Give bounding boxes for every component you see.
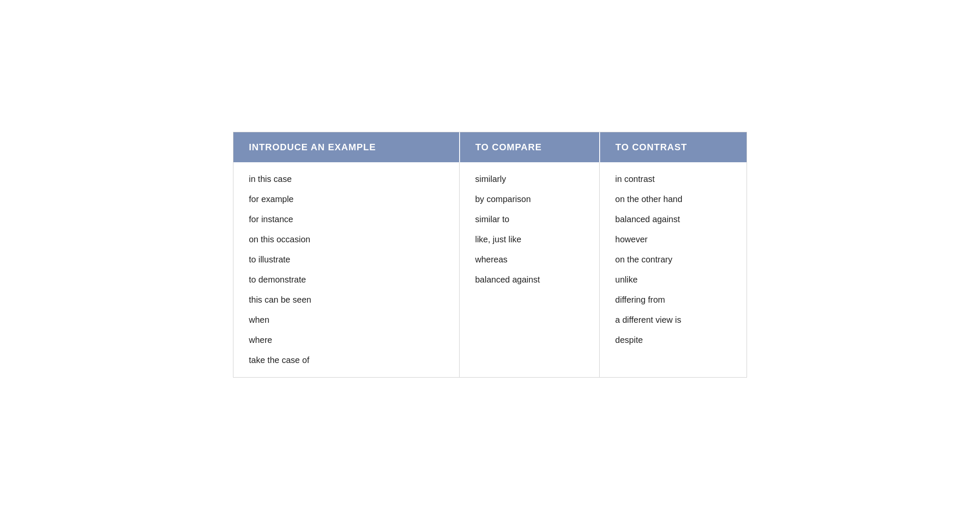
list-item: unlike — [615, 270, 731, 290]
list-item: when — [249, 310, 444, 330]
list-item: on the other hand — [615, 189, 731, 209]
header-row: INTRODUCE AN EXAMPLE TO COMPARE TO CONTR… — [233, 132, 747, 162]
list-item: in contrast — [615, 169, 731, 189]
list-item: like, just like — [475, 229, 584, 250]
list-item: take the case of — [249, 350, 444, 370]
list-item: on this occasion — [249, 229, 444, 250]
list-item: for example — [249, 189, 444, 209]
list-item: whereas — [475, 250, 584, 270]
contrast-column: in contraston the other handbalanced aga… — [600, 162, 747, 377]
list-item: for instance — [249, 209, 444, 229]
main-table-container: INTRODUCE AN EXAMPLE TO COMPARE TO CONTR… — [233, 132, 747, 378]
header-contrast: TO CONTRAST — [600, 132, 747, 162]
introduce-column: in this casefor examplefor instanceon th… — [233, 162, 460, 377]
list-item: this can be seen — [249, 290, 444, 310]
list-item: where — [249, 330, 444, 350]
compare-list: similarlyby comparisonsimilar tolike, ju… — [460, 162, 599, 297]
list-item: on the contrary — [615, 250, 731, 270]
list-item: in this case — [249, 169, 444, 189]
list-item: balanced against — [615, 209, 731, 229]
list-item: by comparison — [475, 189, 584, 209]
list-item: differing from — [615, 290, 731, 310]
header-compare: TO COMPARE — [460, 132, 600, 162]
introduce-list: in this casefor examplefor instanceon th… — [233, 162, 459, 377]
header-introduce: INTRODUCE AN EXAMPLE — [233, 132, 460, 162]
contrast-list: in contraston the other handbalanced aga… — [600, 162, 747, 357]
list-item: despite — [615, 330, 731, 350]
list-item: to illustrate — [249, 250, 444, 270]
compare-column: similarlyby comparisonsimilar tolike, ju… — [460, 162, 600, 377]
list-item: similar to — [475, 209, 584, 229]
list-item: however — [615, 229, 731, 250]
vocabulary-table: INTRODUCE AN EXAMPLE TO COMPARE TO CONTR… — [233, 132, 747, 377]
list-item: to demonstrate — [249, 270, 444, 290]
list-item: a different view is — [615, 310, 731, 330]
list-item: similarly — [475, 169, 584, 189]
list-item: balanced against — [475, 270, 584, 290]
content-row: in this casefor examplefor instanceon th… — [233, 162, 747, 377]
